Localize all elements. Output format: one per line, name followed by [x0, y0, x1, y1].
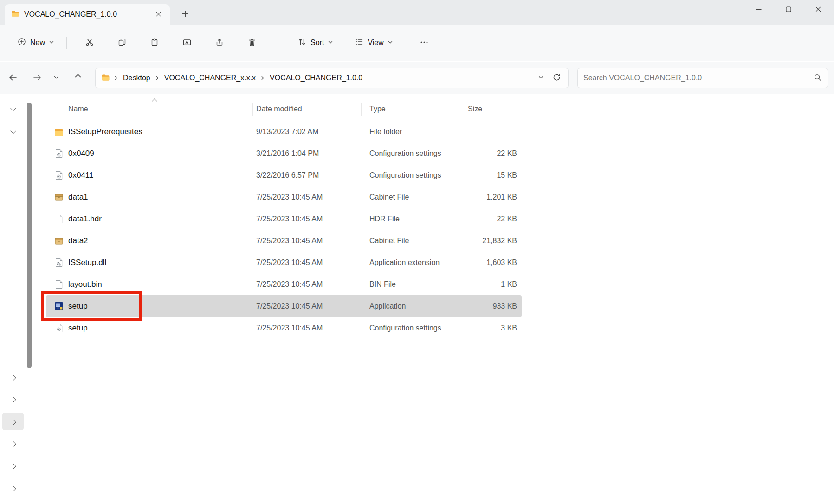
- file-row[interactable]: setup 7/25/2023 10:45 AM Configuration s…: [46, 317, 522, 339]
- close-icon: [815, 6, 821, 14]
- minimize-button[interactable]: [744, 0, 774, 19]
- arrow-left-icon: [8, 72, 18, 84]
- file-rows: ISSetupPrerequisites 9/13/2023 7:02 AM F…: [46, 121, 522, 339]
- file-type: Application extension: [369, 258, 440, 267]
- folder-icon: [54, 127, 64, 137]
- rename-button[interactable]: [174, 32, 200, 53]
- view-list-icon: [355, 37, 364, 48]
- file-row[interactable]: 0x0409 3/21/2016 1:04 PM Configuration s…: [46, 142, 522, 164]
- config-icon: [54, 323, 64, 333]
- file-date-modified: 7/25/2023 10:45 AM: [256, 215, 323, 223]
- new-label: New: [30, 39, 45, 47]
- paste-button[interactable]: [141, 32, 168, 53]
- share-button[interactable]: [206, 32, 233, 53]
- file-row[interactable]: data1 7/25/2023 10:45 AM Cabinet File 1,…: [46, 186, 522, 208]
- file-date-modified: 9/13/2023 7:02 AM: [256, 128, 318, 136]
- tree-expander-right-active[interactable]: [2, 413, 24, 430]
- folder-icon: [11, 9, 19, 19]
- column-header-type[interactable]: Type: [369, 105, 386, 113]
- up-button[interactable]: [69, 69, 87, 87]
- view-label: View: [368, 39, 383, 47]
- file-name: data1.hdr: [68, 214, 102, 224]
- back-button[interactable]: [4, 69, 22, 87]
- plus-icon: [182, 10, 189, 19]
- command-bar: New: [0, 25, 834, 61]
- search-input[interactable]: [583, 74, 813, 82]
- toolbar-separator: [66, 37, 67, 49]
- column-separator[interactable]: [252, 103, 253, 116]
- file-icon: [54, 279, 64, 290]
- file-type: Configuration settings: [369, 149, 441, 158]
- file-row[interactable]: 0x0411 3/22/2016 6:57 PM Configuration s…: [46, 164, 522, 186]
- file-size: 1,603 KB: [486, 258, 517, 267]
- new-tab-button[interactable]: [178, 7, 193, 22]
- tab-close-button[interactable]: [152, 8, 164, 20]
- chevron-right-icon: [10, 375, 16, 381]
- recent-locations-button[interactable]: [49, 69, 63, 87]
- tree-expander-down[interactable]: [2, 123, 24, 140]
- copy-button[interactable]: [109, 32, 136, 53]
- new-button[interactable]: New: [12, 32, 60, 53]
- sort-ascending-indicator: [152, 98, 157, 103]
- file-date-modified: 7/25/2023 10:45 AM: [256, 193, 323, 201]
- file-list-pane: Name Date modified Type Size ISSetupPrer…: [43, 95, 834, 504]
- file-row[interactable]: data1.hdr 7/25/2023 10:45 AM HDR File 22…: [46, 208, 522, 230]
- window-controls: [744, 0, 833, 19]
- chevron-right-icon: [154, 76, 161, 80]
- refresh-button[interactable]: [549, 70, 564, 86]
- file-type: Cabinet File: [369, 193, 409, 201]
- breadcrumb-parent-folder[interactable]: VOCALO_CHANGER_x.x.x: [161, 71, 259, 84]
- tree-expander-right[interactable]: [2, 479, 24, 497]
- more-options-button[interactable]: [411, 32, 438, 53]
- file-name: data2: [68, 236, 88, 246]
- column-separator[interactable]: [521, 103, 521, 116]
- chevron-down-icon: [53, 74, 59, 82]
- breadcrumb-current-folder[interactable]: VOCALO_CHANGER_1.0.0: [266, 71, 366, 84]
- cut-button[interactable]: [76, 32, 103, 53]
- chevron-down-icon: [49, 39, 54, 47]
- address-bar[interactable]: Desktop VOCALO_CHANGER_x.x.x VOCALO_CHAN…: [95, 68, 569, 88]
- sort-label: Sort: [310, 39, 324, 47]
- close-window-button[interactable]: [803, 0, 833, 19]
- column-header-row: Name Date modified Type Size: [46, 99, 522, 119]
- tree-expander-down[interactable]: [2, 100, 24, 117]
- tree-expander-right[interactable]: [2, 457, 24, 474]
- tree-expander-right[interactable]: [2, 368, 24, 386]
- column-header-date-modified[interactable]: Date modified: [256, 105, 302, 113]
- file-date-modified: 7/25/2023 10:45 AM: [256, 280, 323, 289]
- chevron-down-icon: [388, 39, 393, 47]
- view-button[interactable]: View: [349, 32, 398, 53]
- file-row[interactable]: ISSetupPrerequisites 9/13/2023 7:02 AM F…: [46, 121, 522, 142]
- delete-button[interactable]: [239, 32, 265, 53]
- content-area: Name Date modified Type Size ISSetupPrer…: [0, 95, 834, 504]
- column-separator[interactable]: [361, 103, 362, 116]
- chevron-right-icon: [10, 485, 16, 491]
- cabinet-icon: [54, 192, 64, 202]
- file-row[interactable]: layout.bin 7/25/2023 10:45 AM BIN File 1…: [46, 273, 522, 295]
- file-name: layout.bin: [68, 280, 102, 289]
- explorer-tab[interactable]: VOCALO_CHANGER_1.0.0: [5, 4, 170, 25]
- file-type: HDR File: [369, 215, 400, 223]
- column-header-size[interactable]: Size: [468, 105, 482, 113]
- sort-button[interactable]: Sort: [292, 32, 339, 53]
- forward-button[interactable]: [28, 69, 46, 87]
- address-dropdown-button[interactable]: [533, 70, 549, 86]
- tab-title: VOCALO_CHANGER_1.0.0: [24, 10, 148, 19]
- sidebar-scrollbar-thumb[interactable]: [27, 103, 32, 368]
- search-box[interactable]: [577, 68, 828, 88]
- file-row[interactable]: data2 7/25/2023 10:45 AM Cabinet File 21…: [46, 230, 522, 252]
- file-size: 15 KB: [497, 171, 517, 180]
- close-icon: [156, 11, 161, 18]
- chevron-down-icon: [538, 74, 544, 82]
- tree-expander-right[interactable]: [2, 390, 24, 407]
- toolbar-separator: [275, 37, 275, 49]
- file-row-selected[interactable]: setup 7/25/2023 10:45 AM Application 933…: [46, 295, 522, 317]
- search-icon: [813, 73, 822, 84]
- maximize-button[interactable]: [774, 0, 803, 19]
- tree-expander-right[interactable]: [2, 434, 24, 452]
- file-row[interactable]: ISSetup.dll 7/25/2023 10:45 AM Applicati…: [46, 252, 522, 273]
- breadcrumb-desktop[interactable]: Desktop: [119, 71, 154, 84]
- column-header-name[interactable]: Name: [68, 105, 88, 113]
- column-separator[interactable]: [458, 103, 458, 116]
- arrow-right-icon: [32, 72, 42, 84]
